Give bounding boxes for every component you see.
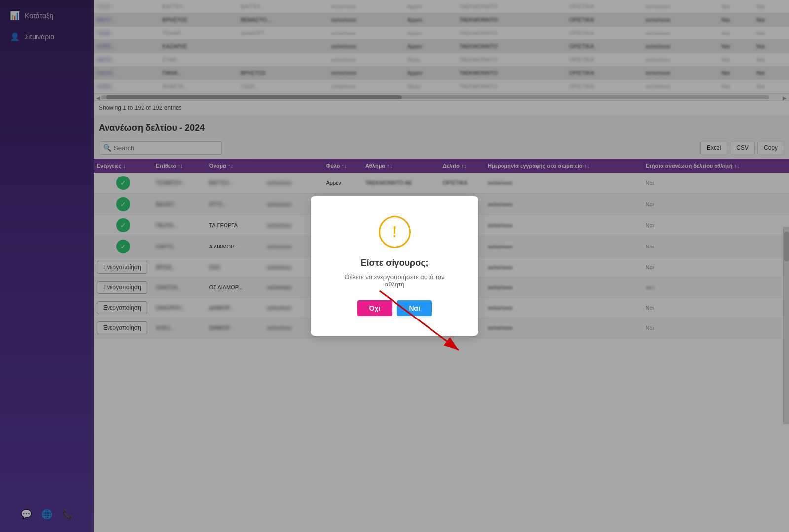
modal-no-button[interactable]: Όχι — [357, 300, 393, 316]
confirmation-modal: ! Είστε σίγουρος; Θέλετε να ενεργοποιήσε… — [311, 196, 478, 336]
modal-buttons: Όχι Ναι — [335, 300, 454, 316]
modal-yes-button[interactable]: Ναι — [397, 300, 432, 316]
modal-title: Είστε σίγουρος; — [335, 258, 454, 268]
modal-overlay: ! Είστε σίγουρος; Θέλετε να ενεργοποιήσε… — [0, 0, 789, 532]
warning-icon: ! — [379, 216, 411, 248]
modal-text: Θέλετε να ενεργοποιήσετε αυτό τον αθλητή — [335, 273, 454, 288]
